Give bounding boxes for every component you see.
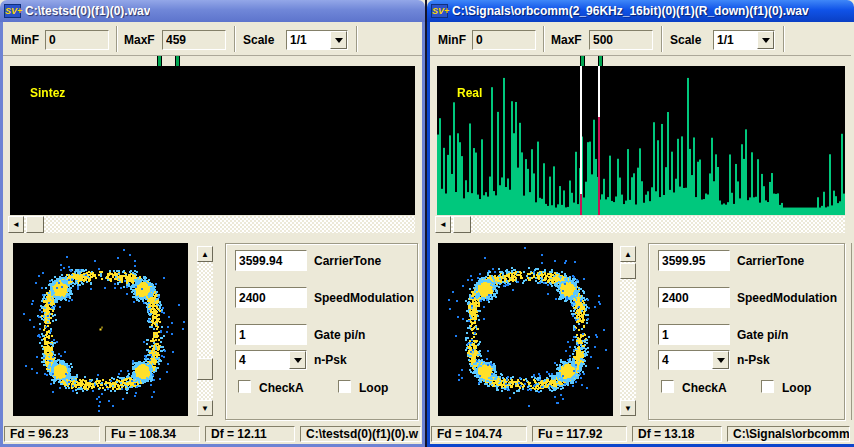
spectrum-hscrollbar[interactable]: ◄ <box>8 216 415 233</box>
minf-input[interactable] <box>45 30 109 50</box>
scale-value: 1/1 <box>287 31 330 49</box>
scale-value: 1/1 <box>714 31 757 49</box>
window-border-right <box>422 22 425 447</box>
scroll-up-icon[interactable]: ▲ <box>620 246 636 262</box>
carrier-tone-input[interactable] <box>235 250 307 271</box>
scroll-down-icon[interactable]: ▼ <box>197 400 213 416</box>
carrier-tone-label: CarrierTone <box>737 254 804 268</box>
constellation-canvas <box>13 243 188 416</box>
scale-select[interactable]: 1/1 <box>713 30 775 50</box>
npsk-value: 4 <box>236 351 289 369</box>
signal-window-left: SV+ C:\testsd(0)(f1)(0).wav MinF MaxF Sc… <box>0 0 425 447</box>
toolbar-separator <box>661 26 663 52</box>
loop-checkbox[interactable] <box>761 380 774 393</box>
scale-select[interactable]: 1/1 <box>286 30 348 50</box>
gate-input[interactable] <box>658 324 730 345</box>
checka-label: CheckA <box>259 381 304 395</box>
constellation-vscrollbar[interactable]: ▲ ▼ <box>197 246 213 416</box>
constellation-display[interactable] <box>13 243 188 416</box>
speed-modulation-input[interactable] <box>658 287 730 308</box>
gate-input[interactable] <box>235 324 307 345</box>
hscroll-thumb[interactable] <box>453 216 471 233</box>
loop-checkbox[interactable] <box>338 380 351 393</box>
vscroll-thumb[interactable] <box>197 358 213 380</box>
signal-window-right: SV+ C:\Signals\orbcomm(2_96KHz_16bit)(0)… <box>427 0 854 447</box>
checka-label: CheckA <box>682 381 727 395</box>
status-df: Df = 12.11 <box>205 426 295 442</box>
spectrum-display[interactable]: Real <box>437 66 845 215</box>
spectrum-mode-label: Real <box>457 86 482 100</box>
window-border-left <box>0 22 3 447</box>
chevron-down-icon[interactable] <box>757 31 774 49</box>
toolbar-separator <box>356 26 358 52</box>
window-title: C:\Signals\orbcomm(2_96KHz_16bit)(0)(f1)… <box>452 4 809 18</box>
demodulator-settings-panel: CarrierTone SpeedModulation Gate pi/n 4 … <box>648 243 845 420</box>
loop-label: Loop <box>359 381 388 395</box>
frequency-tick-strip <box>3 56 422 66</box>
maxf-label: MaxF <box>124 33 155 47</box>
loop-label: Loop <box>782 381 811 395</box>
gate-label: Gate pi/n <box>314 328 365 342</box>
gate-label: Gate pi/n <box>737 328 788 342</box>
chevron-down-icon[interactable] <box>712 351 729 369</box>
status-filepath: C:\Signals\orbcomm(2 <box>727 426 850 442</box>
spectrum-hscrollbar[interactable]: ◄ <box>435 216 845 233</box>
spectrum-display[interactable]: Sintez <box>10 66 415 215</box>
npsk-select[interactable]: 4 <box>235 350 307 370</box>
carrier-tone-label: CarrierTone <box>314 254 381 268</box>
npsk-select[interactable]: 4 <box>658 350 730 370</box>
scroll-left-icon[interactable]: ◄ <box>435 216 451 233</box>
constellation-display[interactable] <box>438 243 613 416</box>
app-icon: SV+ <box>431 4 448 18</box>
toolbar-separator <box>543 26 545 52</box>
hscroll-thumb[interactable] <box>26 216 44 233</box>
npsk-label: n-Psk <box>314 353 347 367</box>
vscroll-thumb[interactable] <box>620 263 636 279</box>
status-fd: Fd = 104.74 <box>431 426 527 442</box>
carrier-tone-input[interactable] <box>658 250 730 271</box>
app-icon: SV+ <box>4 4 21 18</box>
status-fu: Fu = 117.92 <box>532 426 627 442</box>
maxf-input[interactable] <box>162 30 226 50</box>
status-filepath: C:\testsd(0)(f1)(0).w <box>300 426 421 442</box>
toolbar: MinF MaxF Scale 1/1 <box>430 22 851 56</box>
minf-input[interactable] <box>472 30 536 50</box>
titlebar[interactable]: SV+ C:\testsd(0)(f1)(0).wav <box>0 0 425 22</box>
titlebar[interactable]: SV+ C:\Signals\orbcomm(2_96KHz_16bit)(0)… <box>427 0 854 22</box>
scroll-up-icon[interactable]: ▲ <box>197 246 213 262</box>
spectrum-mode-label: Sintez <box>30 86 65 100</box>
minf-label: MinF <box>438 33 466 47</box>
statusbar: Fd = 104.74 Fu = 117.92 Df = 13.18 C:\Si… <box>430 425 851 444</box>
status-df: Df = 13.18 <box>632 426 722 442</box>
scale-label: Scale <box>670 33 701 47</box>
maxf-input[interactable] <box>589 30 653 50</box>
frequency-tick-icon <box>580 56 585 66</box>
frequency-tick-icon <box>157 56 162 66</box>
minf-label: MinF <box>11 33 39 47</box>
scale-label: Scale <box>243 33 274 47</box>
chevron-down-icon[interactable] <box>330 31 347 49</box>
npsk-label: n-Psk <box>737 353 770 367</box>
spectrum-canvas <box>437 66 845 215</box>
status-fd: Fd = 96.23 <box>4 426 100 442</box>
npsk-value: 4 <box>659 351 712 369</box>
toolbar-separator <box>234 26 236 52</box>
statusbar: Fd = 96.23 Fu = 108.34 Df = 12.11 C:\tes… <box>3 425 422 444</box>
scroll-down-icon[interactable]: ▼ <box>620 400 636 416</box>
checka-checkbox[interactable] <box>661 380 674 393</box>
speed-modulation-label: SpeedModulation <box>737 291 837 305</box>
speed-modulation-label: SpeedModulation <box>314 291 414 305</box>
scroll-left-icon[interactable]: ◄ <box>8 216 24 233</box>
checka-checkbox[interactable] <box>238 380 251 393</box>
window-title: C:\testsd(0)(f1)(0).wav <box>25 4 150 18</box>
frequency-tick-icon <box>598 56 603 66</box>
constellation-vscrollbar[interactable]: ▲ ▼ <box>620 246 636 416</box>
toolbar-separator <box>783 26 785 52</box>
maxf-label: MaxF <box>551 33 582 47</box>
speed-modulation-input[interactable] <box>235 287 307 308</box>
frequency-tick-icon <box>175 56 180 66</box>
status-fu: Fu = 108.34 <box>105 426 200 442</box>
toolbar: MinF MaxF Scale 1/1 <box>3 22 422 56</box>
demodulator-settings-panel: CarrierTone SpeedModulation Gate pi/n 4 … <box>225 243 418 420</box>
chevron-down-icon[interactable] <box>289 351 306 369</box>
